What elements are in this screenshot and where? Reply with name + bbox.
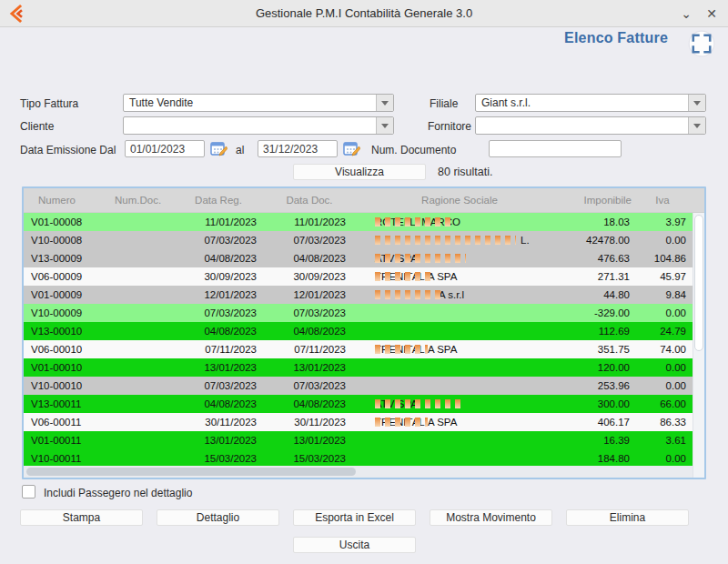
table-row[interactable]: V10-00008 07/03/2023 07/03/2023 L. 42478…	[24, 231, 704, 249]
fornitore-label: Fornitore	[428, 120, 471, 133]
table-row[interactable]: V01-00010 13/01/2023 13/01/2023 120.00 0…	[24, 358, 704, 377]
horizontal-scrollbar[interactable]	[24, 466, 693, 478]
table-row[interactable]: V06-00009 30/09/2023 30/09/2023 TRENITAL…	[24, 267, 704, 286]
data-emissione-label: Data Emissione Dal	[20, 144, 116, 156]
cell-iva: 0.00	[633, 380, 692, 391]
cell-iva: 86.33	[633, 417, 692, 428]
mostra-movimento-button[interactable]: Mostra Movimento	[430, 509, 552, 526]
cell-imponibile: 120.00	[564, 362, 633, 373]
num-documento-input[interactable]	[489, 140, 622, 157]
cell-ragione-sociale: ROTELLI MARCO	[355, 217, 564, 227]
cell-iva: 9.84	[633, 289, 692, 300]
data-dal-input[interactable]: 01/01/2023	[125, 140, 205, 157]
column-header[interactable]: Data Doc.	[264, 195, 355, 206]
table-row[interactable]: V13-00009 04/08/2023 04/08/2023 ATV SPA …	[24, 249, 704, 267]
filiale-select[interactable]: Giant s.r.l.	[475, 94, 706, 112]
cell-numero: V10-00008	[24, 235, 115, 246]
cell-numero: V10-00010	[24, 380, 115, 391]
table-row[interactable]: V10-00010 07/03/2023 07/03/2023 253.96 0…	[24, 377, 704, 395]
table-row[interactable]: V01-00009 12/01/2023 12/01/2023 A s.r.l …	[24, 286, 704, 304]
cell-data-reg: 07/03/2023	[173, 307, 264, 318]
redaction-overlay	[375, 254, 466, 263]
tipo-fattura-value: Tutte Vendite	[124, 96, 376, 109]
cell-ragione-sociale: A s.r.l	[355, 289, 564, 300]
cell-numero: V01-00010	[24, 362, 115, 373]
cell-imponibile: 18.03	[564, 217, 633, 227]
cell-data-doc: 04/08/2023	[264, 398, 355, 409]
cell-data-reg: 11/01/2023	[173, 217, 264, 227]
cell-data-doc: 11/01/2023	[264, 217, 355, 227]
cell-data-doc: 04/08/2023	[264, 253, 355, 264]
column-header[interactable]: Imponibile	[564, 195, 633, 206]
cliente-label: Cliente	[20, 120, 54, 133]
visualizza-button[interactable]: Visualizza	[293, 164, 426, 180]
cell-iva: 3.61	[633, 435, 692, 446]
cell-ragione-sociale: L.	[355, 235, 564, 246]
horizontal-scrollbar-thumb[interactable]	[26, 468, 356, 476]
cell-numero: V01-00009	[24, 289, 115, 300]
table-row[interactable]: V13-00011 04/08/2023 04/08/2023 ATV SPA …	[24, 395, 704, 413]
chevron-down-icon[interactable]	[688, 95, 705, 111]
num-documento-label: Num. Documento	[371, 144, 456, 156]
cell-data-doc: 07/03/2023	[264, 307, 355, 318]
column-header[interactable]: Iva	[633, 195, 692, 206]
table-row[interactable]: V10-00011 15/03/2023 15/03/2023 184.80 0…	[24, 449, 704, 466]
cell-imponibile: 16.39	[564, 435, 633, 446]
column-header[interactable]: Numero	[24, 195, 115, 206]
table-row[interactable]: V06-00011 30/11/2023 30/11/2023 TRENITAL…	[24, 413, 704, 431]
column-header[interactable]: Num.Doc.	[115, 195, 173, 206]
cell-numero: V06-00009	[24, 271, 115, 282]
cell-imponibile: 351.75	[564, 344, 633, 355]
cell-data-reg: 30/09/2023	[173, 271, 264, 282]
cell-imponibile: 112.69	[564, 326, 633, 337]
minimize-button[interactable]: ⌄	[675, 4, 697, 24]
table-body: V01-00008 11/01/2023 11/01/2023 ROTELLI …	[24, 213, 704, 466]
redaction-overlay	[375, 399, 462, 408]
cell-numero: V06-00011	[24, 417, 115, 428]
stampa-button[interactable]: Stampa	[20, 509, 143, 526]
page-title: Elenco Fatture	[564, 30, 668, 46]
fornitore-select[interactable]	[475, 116, 706, 135]
dettaglio-button[interactable]: Dettaglio	[157, 509, 279, 526]
table-row[interactable]: V10-00009 07/03/2023 07/03/2023 -329.00 …	[24, 304, 704, 322]
redaction-overlay	[375, 290, 442, 299]
chevron-down-icon[interactable]	[376, 117, 393, 134]
elimina-button[interactable]: Elimina	[566, 509, 689, 526]
cell-data-reg: 30/11/2023	[173, 417, 264, 428]
cliente-select[interactable]	[123, 116, 394, 135]
cell-data-doc: 04/08/2023	[264, 326, 355, 337]
table-row[interactable]: V13-00010 04/08/2023 04/08/2023 112.69 2…	[24, 322, 704, 340]
cell-numero: V10-00009	[24, 307, 115, 318]
table-row[interactable]: V06-00010 07/11/2023 07/11/2023 TRENITAL…	[24, 340, 704, 358]
calendar-icon[interactable]	[343, 141, 360, 156]
filiale-value: Giant s.r.l.	[476, 96, 688, 109]
esporta-excel-button[interactable]: Esporta in Excel	[293, 509, 416, 526]
chevron-down-icon[interactable]	[376, 95, 393, 111]
cell-ragione-sociale: TRENITALIA SPA	[355, 271, 564, 282]
cell-data-reg: 04/08/2023	[173, 253, 264, 264]
cell-imponibile: 476.63	[564, 253, 633, 264]
cell-imponibile: 184.80	[564, 453, 633, 464]
chevron-down-icon[interactable]	[688, 117, 705, 134]
tipo-fattura-select[interactable]: Tutte Vendite	[123, 94, 394, 112]
redaction-overlay	[375, 272, 431, 281]
column-header[interactable]: Ragione Sociale	[355, 195, 564, 206]
table-row[interactable]: V01-00011 13/01/2023 13/01/2023 16.39 3.…	[24, 431, 704, 449]
table-row[interactable]: V01-00008 11/01/2023 11/01/2023 ROTELLI …	[24, 213, 704, 231]
window-title: Gestionale P.M.I Contabilità Generale 3.…	[0, 6, 728, 20]
cell-iva: 0.00	[633, 307, 692, 318]
close-button[interactable]: ✕	[701, 4, 723, 24]
includi-passegero-checkbox[interactable]	[22, 485, 35, 499]
vertical-scrollbar-thumb[interactable]	[694, 215, 703, 351]
vertical-scrollbar[interactable]	[693, 213, 704, 478]
calendar-icon[interactable]	[210, 141, 228, 156]
cell-iva: 45.97	[633, 271, 692, 282]
cell-iva: 104.86	[633, 253, 692, 264]
cell-ragione-sociale: TRENITALIA SPA	[355, 344, 564, 355]
filiale-label: Filiale	[430, 97, 458, 110]
cell-imponibile: 253.96	[564, 380, 633, 391]
column-header[interactable]: Data Reg.	[173, 195, 264, 206]
uscita-button[interactable]: Uscita	[293, 537, 416, 553]
cell-imponibile: 406.17	[564, 417, 633, 428]
data-al-input[interactable]: 31/12/2023	[258, 140, 338, 157]
